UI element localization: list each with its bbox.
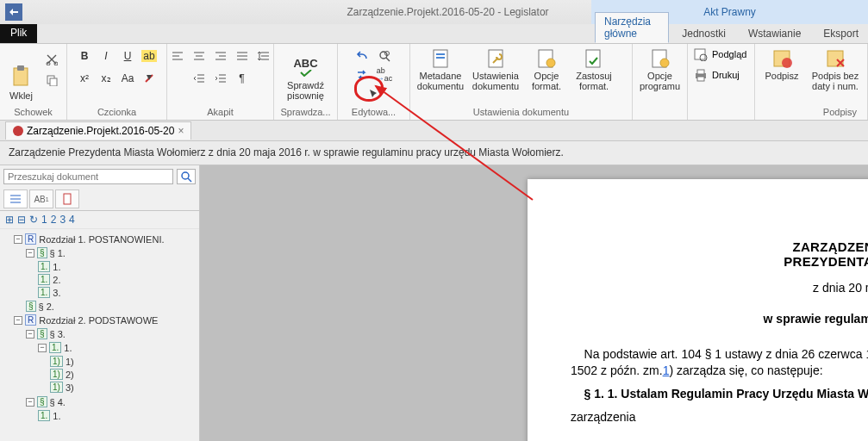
view-tab-2[interactable]: AB1	[29, 189, 53, 208]
tab-home[interactable]: Narzędzia główne	[595, 12, 669, 43]
svg-rect-1	[17, 65, 24, 71]
svg-rect-26	[64, 194, 71, 204]
change-case-button[interactable]: Aa	[118, 70, 137, 87]
svg-rect-19	[697, 70, 704, 74]
align-center-button[interactable]	[190, 47, 209, 65]
gear-doc-icon	[649, 47, 671, 70]
wrench-icon	[484, 47, 507, 70]
cut-button[interactable]	[42, 51, 61, 68]
tab-export[interactable]: Eksport	[814, 24, 868, 43]
metadata-button[interactable]: Metadane dokumentu	[415, 47, 465, 91]
paste-button[interactable]: Wklej	[5, 47, 37, 101]
spellcheck-button[interactable]: ABC Sprawdź pisownię	[279, 47, 332, 101]
format-options-icon	[535, 47, 558, 70]
align-right-button[interactable]	[211, 47, 230, 65]
sign-button[interactable]: Podpisz	[760, 47, 803, 81]
document-canvas[interactable]: ZARZĄDZENIE NR .......... PREZYDENTA MIA…	[200, 165, 868, 441]
line-spacing-button[interactable]	[254, 47, 273, 65]
svg-point-12	[546, 59, 555, 67]
format-options-button[interactable]: Opcje format.	[526, 47, 567, 91]
svg-rect-13	[586, 50, 600, 67]
copy-button[interactable]	[42, 71, 61, 89]
svg-rect-20	[697, 77, 704, 81]
view-tab-3[interactable]	[55, 189, 79, 208]
svg-point-25	[182, 172, 189, 179]
clear-format-button[interactable]	[140, 70, 159, 87]
replace-button[interactable]	[353, 66, 372, 84]
document-tab[interactable]: Zarządzenie.Projekt.2016-05-20 ×	[5, 121, 191, 140]
preview-button[interactable]: Podgląd	[693, 47, 746, 61]
svg-rect-8	[436, 53, 445, 55]
stamp-x-icon	[823, 47, 847, 70]
stamp-icon	[770, 47, 794, 70]
abc-check-icon: ABC	[294, 54, 318, 78]
apply-format-button[interactable]: Zastosuj format.	[572, 47, 615, 91]
app-icon	[5, 3, 22, 21]
search-button[interactable]	[177, 169, 196, 184]
svg-point-22	[782, 58, 792, 68]
page-para-1: Na podstawie art. 104 § 1 ustawy z dnia …	[571, 346, 868, 379]
page-4[interactable]: 4	[69, 214, 75, 226]
expand-all-button[interactable]: ⊞	[5, 214, 14, 226]
group-sign-label: Podpisy	[760, 105, 862, 120]
indent-button[interactable]	[211, 70, 230, 87]
doc-settings-button[interactable]: Ustawienia dokumentu	[471, 47, 521, 91]
undo-button[interactable]	[353, 47, 372, 65]
bold-button[interactable]: B	[75, 47, 94, 65]
svg-point-15	[660, 59, 669, 67]
italic-button[interactable]: I	[97, 47, 116, 65]
find-button[interactable]	[375, 47, 394, 65]
group-paragraph-label: Akapit	[172, 105, 268, 120]
page-para-3: zarządzenia	[571, 409, 868, 425]
group-docsettings-label: Ustawienia dokumentu	[415, 105, 627, 120]
file-menu[interactable]: Plik	[0, 24, 37, 43]
superscript-button[interactable]: x²	[75, 70, 94, 87]
document-icon	[429, 47, 452, 70]
page-heading-1: ZARZĄDZENIE NR ..........	[571, 239, 868, 254]
subscript-button[interactable]: x₂	[97, 70, 116, 87]
align-left-button[interactable]	[168, 47, 187, 65]
page-subject: w sprawie regulaminu pracy urzędu M	[571, 312, 868, 326]
document-description: Zarządzenie Prezydenta Miasta Wołomierz …	[0, 141, 868, 165]
page-3[interactable]: 3	[59, 214, 66, 226]
group-font-label: Czcionka	[72, 105, 161, 120]
refresh-button[interactable]: ↻	[29, 214, 38, 226]
align-justify-button[interactable]	[233, 47, 252, 65]
group-check-label: Sprawdza...	[279, 105, 332, 120]
collapse-all-button[interactable]: ⊟	[17, 214, 26, 226]
tab-insert[interactable]: Wstawianie	[739, 24, 810, 43]
program-options-button[interactable]: Opcje programu	[638, 47, 682, 91]
page: ZARZĄDZENIE NR .......... PREZYDENTA MIA…	[528, 179, 868, 441]
close-tab-button[interactable]: ×	[178, 125, 184, 137]
highlight-button[interactable]: ab	[140, 47, 159, 65]
svg-rect-5	[50, 78, 57, 86]
clipboard-icon	[9, 65, 34, 89]
select-button[interactable]	[365, 85, 384, 102]
page-date: z dnia 20 maja 2016 r.	[571, 281, 868, 295]
tab-units[interactable]: Jednostki	[672, 24, 735, 43]
sign-nodate-button[interactable]: Podpis bez daty i num.	[809, 47, 862, 91]
apply-format-icon	[583, 47, 605, 70]
page-heading-2: PREZYDENTA MIASTA WOŁ	[571, 254, 868, 269]
group-clipboard-label: Schowek	[5, 105, 61, 120]
svg-rect-9	[436, 57, 445, 59]
underline-button[interactable]: U	[118, 47, 137, 65]
outline-tree[interactable]: −RRozdział 1. POSTANOWIENI. −§§ 1. 1.1. …	[0, 229, 199, 441]
printer-icon	[693, 68, 709, 82]
search-input[interactable]	[3, 169, 173, 184]
group-edit-label: Edytowa...	[343, 105, 404, 120]
page-2[interactable]: 2	[51, 214, 57, 226]
outdent-button[interactable]	[190, 70, 209, 87]
page-para-2: § 1. 1. Ustalam Regulamin Pracy Urzędu M…	[571, 386, 868, 402]
print-button[interactable]: Drukuj	[693, 68, 740, 82]
document-tab-icon	[13, 126, 23, 136]
replace-text-button[interactable]: ab→ac	[375, 66, 394, 84]
page-1[interactable]: 1	[41, 214, 47, 226]
pilcrow-button[interactable]: ¶	[233, 70, 252, 87]
view-tab-outline[interactable]	[3, 189, 28, 208]
preview-icon	[693, 47, 709, 61]
